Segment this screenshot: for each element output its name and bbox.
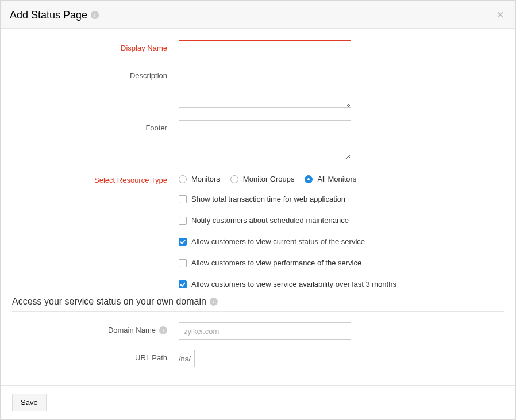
modal-title-text: Add Status Page <box>10 9 87 21</box>
display-name-label: Display Name <box>12 40 179 52</box>
domain-name-label-text: Domain Name <box>108 326 156 334</box>
checkbox-icon <box>179 217 187 225</box>
check-view-avail[interactable]: Allow customers to view service availabi… <box>179 280 504 288</box>
radio-monitors[interactable]: Monitors <box>179 175 220 183</box>
modal-body: Display Name Description Footer Select R… <box>1 29 515 385</box>
save-button[interactable]: Save <box>12 394 47 411</box>
radio-icon <box>230 175 238 183</box>
footer-label: Footer <box>12 120 179 132</box>
domain-name-label: Domain Name i <box>12 322 179 334</box>
radio-icon <box>179 175 187 183</box>
info-icon[interactable]: i <box>210 298 218 306</box>
check-view-status-label: Allow customers to view current status o… <box>191 237 365 246</box>
check-view-avail-label: Allow customers to view service availabi… <box>191 280 396 288</box>
modal-footer: Save <box>1 385 515 419</box>
options-checklist: Show total transaction time for web appl… <box>179 195 504 288</box>
check-notify-label: Notify customers about scheduled mainten… <box>191 216 349 225</box>
check-view-perf-label: Allow customers to view performance of t… <box>191 259 361 267</box>
display-name-row: Display Name <box>12 40 504 57</box>
description-label: Description <box>12 68 179 80</box>
radio-monitor-groups[interactable]: Monitor Groups <box>230 175 295 183</box>
url-path-input[interactable] <box>194 350 349 367</box>
resource-type-label: Select Resource Type <box>12 172 179 184</box>
description-textarea[interactable] <box>179 68 351 108</box>
resource-type-row: Select Resource Type Monitors Monitor Gr… <box>12 172 504 184</box>
info-icon[interactable]: i <box>91 11 99 19</box>
radio-all-monitors[interactable]: All Monitors <box>305 175 356 183</box>
checkbox-icon <box>179 195 187 203</box>
domain-name-row: Domain Name i <box>12 322 504 340</box>
check-show-total[interactable]: Show total transaction time for web appl… <box>179 195 504 203</box>
url-path-row: URL Path /ns/ <box>12 350 504 367</box>
radio-monitors-label: Monitors <box>191 175 220 183</box>
check-view-perf[interactable]: Allow customers to view performance of t… <box>179 259 504 267</box>
radio-all-monitors-label: All Monitors <box>317 175 356 183</box>
footer-row: Footer <box>12 120 504 162</box>
url-path-prefix: /ns/ <box>179 351 194 367</box>
info-icon[interactable]: i <box>159 326 167 334</box>
display-name-input[interactable] <box>179 40 351 57</box>
add-status-page-modal: Add Status Page i × Display Name Descrip… <box>0 0 516 420</box>
url-path-label: URL Path <box>12 350 179 362</box>
radio-icon <box>305 175 313 183</box>
check-notify[interactable]: Notify customers about scheduled mainten… <box>179 216 504 225</box>
close-icon[interactable]: × <box>496 9 504 21</box>
checkbox-icon <box>179 259 187 267</box>
checkbox-icon <box>179 238 187 246</box>
check-show-total-label: Show total transaction time for web appl… <box>191 195 345 203</box>
footer-textarea[interactable] <box>179 120 351 160</box>
radio-monitor-groups-label: Monitor Groups <box>243 175 295 183</box>
domain-name-input[interactable] <box>179 322 351 340</box>
modal-title: Add Status Page i <box>10 9 99 21</box>
check-view-status[interactable]: Allow customers to view current status o… <box>179 237 504 246</box>
domain-heading-text: Access your service status on your own d… <box>12 296 206 307</box>
modal-header: Add Status Page i × <box>1 1 515 29</box>
description-row: Description <box>12 68 504 110</box>
checkbox-icon <box>179 280 187 288</box>
domain-section-heading: Access your service status on your own d… <box>12 288 504 312</box>
